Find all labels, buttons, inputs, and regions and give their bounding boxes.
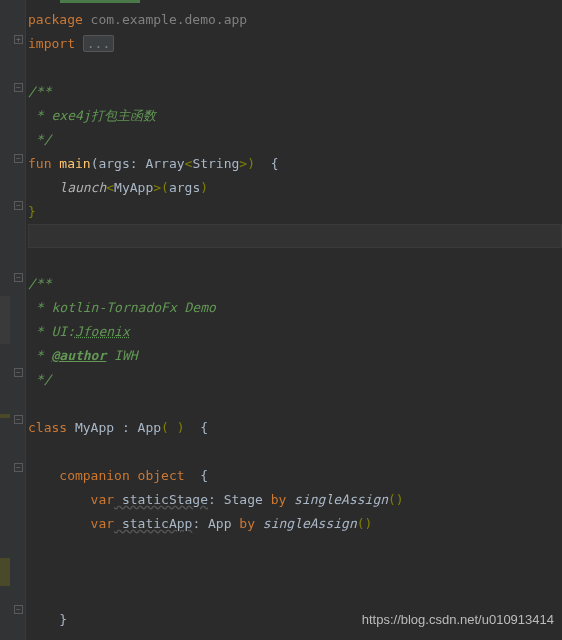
code-line: var staticApp: App by singleAssign(): [28, 512, 562, 536]
keyword-var: var: [28, 516, 114, 531]
brace: {: [185, 468, 208, 483]
fold-collapse-icon[interactable]: −: [14, 415, 23, 424]
arg: args: [169, 180, 200, 195]
code-line-empty: [28, 560, 562, 584]
code-line: */: [28, 368, 562, 392]
watermark-text: https://blog.csdn.net/u010913414: [362, 608, 554, 632]
type-anno: : App: [192, 516, 239, 531]
comment: /**: [28, 84, 51, 99]
code-line: /**: [28, 272, 562, 296]
type: MyApp: [114, 180, 153, 195]
code-line-empty: [28, 440, 562, 464]
type: String: [192, 156, 239, 171]
function-call: launch: [28, 180, 106, 195]
param: args:: [98, 156, 145, 171]
folded-region[interactable]: ...: [83, 35, 114, 52]
fold-collapse-icon[interactable]: −: [14, 154, 23, 163]
paren: (): [388, 492, 404, 507]
code-line: import ...: [28, 32, 562, 56]
comment: * UI:: [28, 324, 75, 339]
change-marker-olive: [0, 414, 10, 418]
code-line: fun main(args: Array<String>) {: [28, 152, 562, 176]
type-anno: : Stage: [208, 492, 271, 507]
code-line: * exe4j打包主函数: [28, 104, 562, 128]
keyword-import: import: [28, 36, 75, 51]
angle-bracket: >: [239, 156, 247, 171]
brace: {: [185, 420, 208, 435]
type: Array: [145, 156, 184, 171]
code-line: * @author IWH: [28, 344, 562, 368]
keyword-object: object: [130, 468, 185, 483]
keyword-package: package: [28, 12, 83, 27]
code-line: var staticStage: Stage by singleAssign(): [28, 488, 562, 512]
fold-collapse-icon[interactable]: −: [14, 273, 23, 282]
keyword-fun: fun: [28, 156, 51, 171]
change-marker-olive: [0, 558, 10, 586]
keyword-companion: companion: [28, 468, 130, 483]
fold-collapse-icon[interactable]: −: [14, 605, 23, 614]
keyword-by: by: [271, 492, 287, 507]
code-line: }: [28, 200, 562, 224]
brace: }: [28, 612, 67, 627]
keyword-class: class: [28, 420, 67, 435]
code-line: */: [28, 128, 562, 152]
code-line: companion object {: [28, 464, 562, 488]
code-line: * kotlin-TornadoFx Demo: [28, 296, 562, 320]
paren: ( ): [161, 420, 184, 435]
class-decl: MyApp : App: [67, 420, 161, 435]
code-line-empty: [28, 56, 562, 80]
code-line-empty: [28, 248, 562, 272]
paren: (: [161, 180, 169, 195]
comment: * kotlin-TornadoFx Demo: [28, 300, 216, 315]
code-line: package com.example.demo.app: [28, 8, 562, 32]
paren: ): [247, 156, 255, 171]
code-line: /**: [28, 80, 562, 104]
code-line: * UI:Jfoenix: [28, 320, 562, 344]
comment: *: [28, 348, 51, 363]
comment: * exe4j打包主函数: [28, 108, 156, 123]
comment: IWH: [106, 348, 137, 363]
comment: */: [28, 132, 51, 147]
keyword-by: by: [239, 516, 255, 531]
code-line-empty: [28, 536, 562, 560]
delegate-fn: singleAssign: [255, 516, 357, 531]
brace: }: [28, 204, 36, 219]
code-line: class MyApp : App( ) {: [28, 416, 562, 440]
code-line: launch<MyApp>(args): [28, 176, 562, 200]
editor-top-highlight: [60, 0, 140, 3]
code-editor-area[interactable]: package com.example.demo.app import ... …: [0, 0, 562, 632]
fold-collapse-icon[interactable]: −: [14, 368, 23, 377]
angle-bracket: <: [106, 180, 114, 195]
fold-collapse-icon[interactable]: −: [14, 463, 23, 472]
package-name: com.example.demo.app: [83, 12, 247, 27]
brace: {: [255, 156, 278, 171]
function-name: main: [51, 156, 90, 171]
caret-line: [28, 224, 562, 248]
code-line-empty: [28, 392, 562, 416]
paren: ): [200, 180, 208, 195]
property-name: staticApp: [114, 516, 192, 531]
fold-collapse-icon[interactable]: −: [14, 83, 23, 92]
keyword-var: var: [28, 492, 114, 507]
doc-tag: @author: [51, 348, 106, 363]
property-name: staticStage: [114, 492, 208, 507]
angle-bracket: >: [153, 180, 161, 195]
paren: (): [357, 516, 373, 531]
change-marker: [0, 296, 10, 344]
fold-collapse-icon[interactable]: −: [14, 201, 23, 210]
code-line-empty: [28, 584, 562, 608]
comment-link: Jfoenix: [75, 324, 130, 339]
comment: /**: [28, 276, 51, 291]
comment: */: [28, 372, 51, 387]
fold-expand-icon[interactable]: +: [14, 35, 23, 44]
delegate-fn: singleAssign: [286, 492, 388, 507]
